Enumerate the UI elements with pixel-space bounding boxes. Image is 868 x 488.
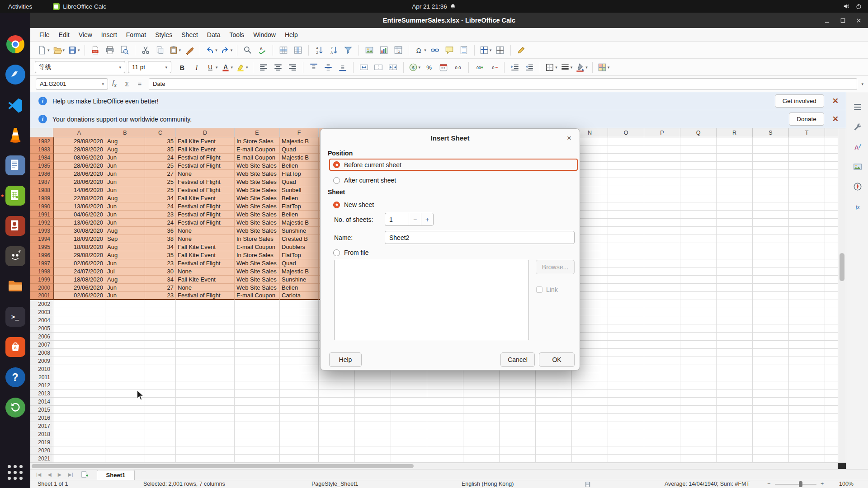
cell-A1993[interactable]: 30/08/2020	[53, 227, 105, 235]
cell-S2021[interactable]	[753, 455, 789, 463]
cell-R2019[interactable]	[717, 438, 753, 446]
cell-P2013[interactable]	[644, 389, 680, 398]
cell-S2013[interactable]	[753, 389, 789, 398]
cell-T2021[interactable]	[789, 455, 825, 463]
dock-chrome[interactable]	[0, 30, 30, 58]
cell-C2000[interactable]: 27	[145, 284, 176, 292]
cell-T1992[interactable]	[789, 219, 825, 227]
cell-P1997[interactable]	[644, 259, 680, 267]
sidebar-deck-gallery[interactable]	[851, 160, 864, 174]
italic-button[interactable]: I	[190, 61, 203, 74]
cell-A1987[interactable]: 28/06/2020	[53, 178, 105, 186]
cell-O1995[interactable]	[608, 243, 644, 251]
cell-D2007[interactable]	[176, 341, 235, 349]
cell-H2011[interactable]	[355, 373, 391, 381]
sidebar-deck-styles[interactable]: A	[851, 140, 864, 154]
cell-I2011[interactable]	[391, 373, 427, 381]
merge-and-center-button[interactable]	[357, 61, 371, 74]
cell-S2020[interactable]	[753, 446, 789, 455]
cell-C2002[interactable]	[145, 300, 176, 308]
cell-A1992[interactable]: 13/06/2020	[53, 219, 105, 227]
cell-E1998[interactable]: Web Site Sales	[235, 267, 280, 276]
cell-U2012[interactable]	[825, 381, 838, 389]
cell-U1995[interactable]	[825, 243, 838, 251]
cell-F2016[interactable]	[280, 414, 319, 422]
cell-P1995[interactable]	[644, 243, 680, 251]
cell-T1991[interactable]	[789, 211, 825, 219]
format-currency-button[interactable]: $▾	[407, 61, 422, 74]
cell-B2000[interactable]: Jun	[105, 284, 145, 292]
cell-K2019[interactable]	[463, 438, 500, 446]
cell-R1986[interactable]	[717, 170, 753, 178]
cell-F1989[interactable]: Bellen	[280, 194, 319, 202]
cell-L2018[interactable]	[500, 430, 536, 438]
close-icon[interactable]: ✕	[832, 114, 839, 124]
cell-S2002[interactable]	[753, 300, 789, 308]
cell-F1993[interactable]: Sunshine	[280, 227, 319, 235]
cell-O1984[interactable]	[608, 154, 644, 162]
row-header-1996[interactable]: 1996	[30, 251, 53, 259]
cell-A2002[interactable]	[53, 300, 105, 308]
new-document-button[interactable]: ▾	[36, 43, 51, 57]
cell-P2007[interactable]	[644, 341, 680, 349]
cell-A2003[interactable]	[53, 308, 105, 316]
row-header-2006[interactable]: 2006	[30, 333, 53, 341]
delete-decimal-button[interactable]: .0	[487, 61, 500, 74]
previous-sheet-icon[interactable]: ◀	[44, 472, 54, 478]
cell-L2013[interactable]	[500, 389, 536, 398]
cell-H2016[interactable]	[355, 414, 391, 422]
cell-U2000[interactable]	[825, 284, 838, 292]
cell-H2018[interactable]	[355, 430, 391, 438]
cell-E2012[interactable]	[235, 381, 280, 389]
donate-button[interactable]: Donate	[789, 113, 824, 126]
cell-B1982[interactable]: Aug	[105, 137, 145, 145]
cell-O2004[interactable]	[608, 316, 644, 324]
cell-O2018[interactable]	[608, 430, 644, 438]
cell-E2000[interactable]: Web Site Sales	[235, 284, 280, 292]
cell-O2000[interactable]	[608, 284, 644, 292]
unmerge-cells-button[interactable]	[386, 61, 400, 74]
cell-T1999[interactable]	[789, 276, 825, 284]
cell-R2016[interactable]	[717, 414, 753, 422]
cell-U2021[interactable]	[825, 455, 838, 463]
cell-R2009[interactable]	[717, 357, 753, 365]
cell-S2011[interactable]	[753, 373, 789, 381]
maximize-button[interactable]	[840, 18, 846, 23]
cell-F1992[interactable]: Majestic B	[280, 219, 319, 227]
cell-E1995[interactable]: E-mail Coupon	[235, 243, 280, 251]
cell-J2016[interactable]	[427, 414, 463, 422]
format-percent-button[interactable]: %	[422, 61, 436, 74]
cell-R2007[interactable]	[717, 341, 753, 349]
menu-styles[interactable]: Styles	[151, 29, 177, 40]
cell-B1986[interactable]: Jun	[105, 170, 145, 178]
dock-help[interactable]: ?	[0, 363, 30, 391]
cell-F2018[interactable]	[280, 430, 319, 438]
cell-O1987[interactable]	[608, 178, 644, 186]
cell-E2013[interactable]	[235, 389, 280, 398]
cell-T1994[interactable]	[789, 235, 825, 243]
horizontal-scrollbar[interactable]	[30, 463, 838, 469]
row-header-2017[interactable]: 2017	[30, 422, 53, 430]
cell-O1986[interactable]	[608, 170, 644, 178]
cell-D2002[interactable]	[176, 300, 235, 308]
dock-terminal[interactable]: >_	[0, 303, 30, 331]
font-color-button[interactable]: A▾	[220, 61, 234, 74]
cell-F1986[interactable]: FlatTop	[280, 170, 319, 178]
cell-E2020[interactable]	[235, 446, 280, 455]
cell-A2019[interactable]	[53, 438, 105, 446]
row-header-1982[interactable]: 1982	[30, 137, 53, 145]
cell-P2012[interactable]	[644, 381, 680, 389]
insert-hyperlink-button[interactable]	[428, 43, 442, 57]
cell-T1982[interactable]	[789, 137, 825, 145]
cell-Q2015[interactable]	[680, 406, 717, 414]
menu-format[interactable]: Format	[122, 29, 151, 40]
dock-libreoffice-impress[interactable]	[0, 212, 30, 240]
cell-S2005[interactable]	[753, 324, 789, 333]
cell-S1999[interactable]	[753, 276, 789, 284]
cell-C1999[interactable]: 34	[145, 276, 176, 284]
font-name-combo[interactable]: 等线▾	[35, 61, 125, 73]
cell-H2012[interactable]	[355, 381, 391, 389]
cell-Q2008[interactable]	[680, 349, 717, 357]
cell-B2004[interactable]	[105, 316, 145, 324]
row-header-2016[interactable]: 2016	[30, 414, 53, 422]
